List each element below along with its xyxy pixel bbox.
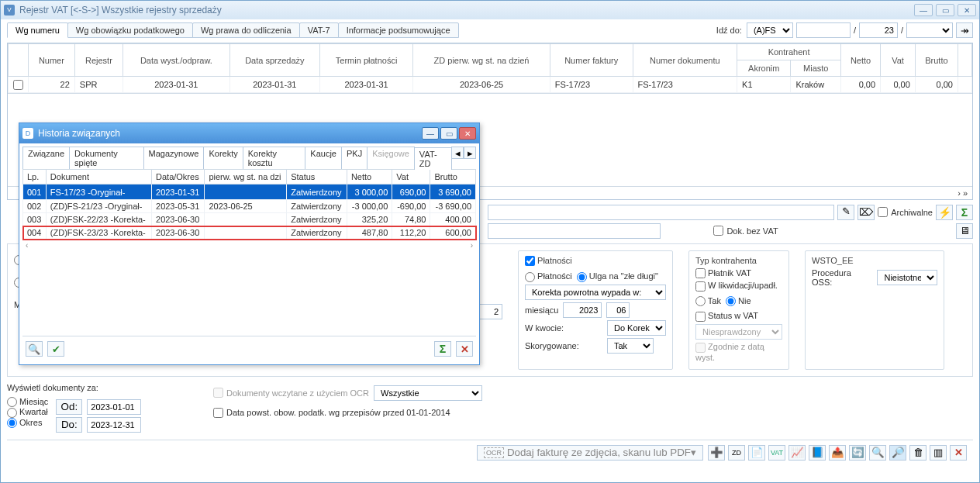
zd-button[interactable]: ZD — [728, 445, 745, 461]
idz-do-sel2[interactable] — [906, 22, 953, 38]
filter-clear-button[interactable]: ⌦ — [858, 205, 875, 220]
procedura-select[interactable]: Nieistotne — [877, 270, 937, 285]
bolt-button[interactable]: ⚡ — [936, 205, 953, 220]
idz-do-spin1[interactable] — [796, 22, 851, 38]
send-button[interactable]: 📤 — [829, 445, 846, 461]
tab-wg-numeru[interactable]: Wg numeru — [7, 22, 68, 38]
col-miasto[interactable]: Miasto — [791, 60, 841, 77]
dialog-minimize[interactable]: — — [422, 127, 439, 140]
filter-input-2[interactable] — [488, 223, 661, 239]
idz-do-select[interactable]: (A)FS — [747, 22, 793, 38]
ocr-select[interactable]: Wszystkie — [374, 385, 482, 401]
tab-wg-obowiazku[interactable]: Wg obowiązku podatkowego — [67, 22, 193, 38]
monitor-button[interactable]: 🖥 — [956, 223, 973, 239]
dtab-spieta[interactable]: Dokumenty spięte — [69, 147, 144, 169]
chart-button[interactable]: 📈 — [788, 445, 806, 461]
dialog-row-highlighted[interactable]: 004(ZD)FSK-23/23 -Korekta-2023-06-30Zatw… — [23, 226, 476, 240]
archiwalne-checkbox[interactable] — [878, 207, 888, 217]
dialog-sigma-button[interactable]: Σ — [434, 341, 451, 357]
col-nrdok[interactable]: Numer dokumentu — [633, 44, 737, 77]
book-button[interactable]: 📘 — [809, 445, 826, 461]
dtab-korekty[interactable]: Korekty — [203, 147, 243, 169]
col-brutto[interactable]: Brutto — [915, 44, 958, 77]
platnosci-radio[interactable] — [525, 272, 535, 282]
magnify-plus-button[interactable]: 🔎 — [889, 445, 906, 461]
columns-button[interactable]: ▥ — [930, 445, 947, 461]
dtab-kaucje[interactable]: Kaucje — [305, 147, 342, 169]
dialog-check-button[interactable]: ✔ — [47, 341, 64, 357]
do-input[interactable] — [87, 417, 141, 433]
datavat-period[interactable] — [479, 304, 502, 319]
plus-button[interactable]: ➕ — [708, 445, 725, 461]
row-checkbox[interactable] — [13, 80, 23, 90]
dialog-cancel-button[interactable]: ✕ — [456, 341, 473, 357]
tab-wg-prawa[interactable]: Wg prawa do odliczenia — [192, 22, 300, 38]
grid-row[interactable]: 22 SPR 2023-01-31 2023-01-31 2023-01-31 … — [9, 77, 972, 93]
wlikwidacji-checkbox[interactable] — [695, 281, 706, 292]
col-data-wyst[interactable]: Data wyst./odpraw. — [123, 44, 230, 77]
dialog-grid[interactable]: Lp. Dokument Data/Okres pierw. wg st. na… — [22, 169, 476, 240]
col-zd[interactable]: ZD pierw. wg st. na dzień — [413, 44, 550, 77]
sigma-button[interactable]: Σ — [956, 205, 973, 220]
korekta-year[interactable] — [563, 302, 602, 318]
nie-radio[interactable] — [726, 296, 736, 306]
od-button[interactable]: Od: — [56, 399, 82, 415]
dokbezvat-checkbox[interactable] — [713, 226, 723, 236]
close-panel-button[interactable]: ✕ — [950, 445, 967, 461]
col-rejestr[interactable]: Rejestr — [74, 44, 122, 77]
kwartal-radio[interactable] — [7, 408, 17, 418]
skorygowane-select[interactable]: Tak — [607, 338, 654, 354]
dialog-maximize[interactable]: ▭ — [440, 127, 457, 140]
korekta-select[interactable]: Korekta powrotna wypada w: — [525, 285, 666, 300]
dialog-row[interactable]: 002(ZD)FS-21/23 -Oryginał-2023-05-312023… — [23, 200, 476, 213]
datapowst-checkbox[interactable] — [213, 408, 223, 418]
dtab-zwiazane[interactable]: Związane — [22, 147, 70, 169]
col-akronim[interactable]: Akronim — [737, 60, 791, 77]
col-kontrahent[interactable]: Kontrahent — [737, 44, 841, 60]
goto-button[interactable]: ↠ — [956, 22, 973, 38]
col-data-sprz[interactable]: Data sprzedaży — [229, 44, 319, 77]
col-netto[interactable]: Netto — [841, 44, 881, 77]
dtab-korektykosztu[interactable]: Korekty kosztu — [243, 147, 306, 169]
okres-radio[interactable] — [7, 418, 17, 428]
vat-button[interactable]: VAT — [768, 445, 785, 461]
statusvat-select[interactable]: Niesprawdzony — [695, 324, 782, 340]
minimize-button[interactable]: — — [914, 4, 933, 16]
col-numer[interactable]: Numer — [29, 44, 75, 77]
corefresh-button[interactable]: 🔄 — [849, 445, 866, 461]
platnikvat-checkbox[interactable] — [695, 268, 706, 278]
maximize-button[interactable]: ▭ — [936, 4, 954, 16]
platnosci-checkbox[interactable] — [525, 256, 535, 266]
od-input[interactable] — [87, 399, 141, 415]
ocr-add-button[interactable]: OCR Dodaj fakturę ze zdjęcia, skanu lub … — [477, 445, 703, 461]
trash-button[interactable]: 🗑 — [909, 445, 927, 461]
scroll-right[interactable]: › » — [958, 188, 968, 198]
wkwocie-select[interactable]: Do Korekty — [607, 320, 666, 336]
dialog-close[interactable]: ✕ — [459, 127, 476, 140]
doc-button[interactable]: 📄 — [748, 445, 765, 461]
miesiac-radio[interactable] — [7, 397, 17, 407]
filter-edit-button[interactable]: ✎ — [837, 205, 854, 220]
dtab-pkj[interactable]: PKJ — [341, 147, 368, 169]
tab-info[interactable]: Informacje podsumowujące — [338, 22, 459, 38]
main-grid[interactable]: Numer Rejestr Data wyst./odpraw. Data sp… — [8, 43, 972, 93]
tab-vat7[interactable]: VAT-7 — [299, 22, 339, 38]
dtab-next[interactable]: ▸ — [464, 147, 476, 159]
col-vat[interactable]: Vat — [881, 44, 916, 77]
do-button[interactable]: Do: — [56, 417, 82, 433]
ulga-radio[interactable] — [577, 272, 587, 282]
filter-input-1[interactable] — [488, 205, 834, 220]
dialog-scroll[interactable]: ‹› — [22, 240, 476, 333]
magnify-button[interactable]: 🔍 — [869, 445, 886, 461]
dialog-row[interactable]: 001FS-17/23 -Oryginał-2023-01-31Zatwierd… — [23, 185, 476, 200]
col-termin[interactable]: Termin płatności — [319, 44, 412, 77]
statusvat-checkbox[interactable] — [695, 312, 706, 322]
idz-do-num[interactable] — [859, 22, 898, 38]
dialog-row[interactable]: 003(ZD)FSK-22/23 -Korekta-2023-06-30Zatw… — [23, 213, 476, 226]
col-nrfak[interactable]: Numer faktury — [550, 44, 633, 77]
close-button[interactable]: ✕ — [958, 4, 976, 16]
dialog-magnify-button[interactable]: 🔍 — [26, 341, 43, 357]
dtab-vatzd[interactable]: VAT-ZD — [414, 147, 452, 170]
korekta-month[interactable] — [606, 302, 630, 318]
tak-radio[interactable] — [695, 296, 706, 306]
